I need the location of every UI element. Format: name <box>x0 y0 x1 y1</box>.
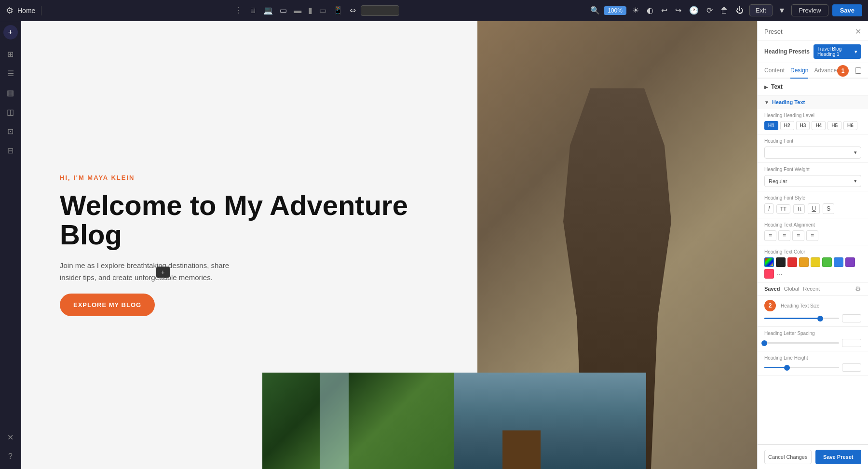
align-left-button[interactable]: ≡ <box>764 230 776 241</box>
laptop-icon[interactable]: 💻 <box>261 4 275 17</box>
monitor-icon[interactable]: 🖥 <box>247 4 258 17</box>
more-colors-button[interactable]: ··· <box>777 270 783 278</box>
sidebar-pages-icon[interactable]: ⊞ <box>2 45 19 63</box>
redo-icon[interactable]: ↪ <box>673 4 683 17</box>
strikethrough-button[interactable]: S <box>823 203 834 214</box>
sidebar-widgets-icon[interactable]: ⊡ <box>2 122 19 140</box>
trash-icon[interactable]: 🗑 <box>719 4 730 17</box>
align-center-button[interactable]: ≡ <box>778 230 790 241</box>
letter-spacing-slider-track[interactable] <box>764 342 839 344</box>
color-red[interactable] <box>787 257 797 267</box>
color-tab-global[interactable]: Global <box>784 286 799 292</box>
text-size-slider-thumb[interactable] <box>817 316 823 322</box>
sidebar-add-button[interactable]: + <box>3 25 18 40</box>
presets-label: Heading Presets <box>764 48 810 55</box>
line-height-value[interactable]: 1.2em <box>842 363 861 372</box>
add-row-button[interactable]: + <box>156 267 170 278</box>
color-pink[interactable] <box>764 269 774 279</box>
color-settings-icon[interactable]: ⚙ <box>855 285 861 293</box>
theme-toggle[interactable]: ◐ <box>645 4 655 17</box>
sidebar-elements-icon[interactable]: ◫ <box>2 103 19 121</box>
dropdown-icon[interactable]: ▼ <box>776 4 788 17</box>
text-section-header[interactable]: ▶ Text <box>758 79 868 95</box>
color-purple[interactable] <box>845 257 855 267</box>
preview-button[interactable]: Preview <box>791 4 828 16</box>
explore-button[interactable]: EXPLORE MY BLOG <box>60 294 155 316</box>
heading-font-dropdown[interactable]: ▾ <box>764 147 861 159</box>
h6-button[interactable]: H6 <box>843 121 857 130</box>
settings-icon[interactable]: ⚙ <box>6 5 14 16</box>
zoom-badge[interactable]: 100% <box>604 6 626 15</box>
search-icon[interactable]: 🔍 <box>588 4 602 17</box>
align-right-button[interactable]: ≡ <box>792 230 804 241</box>
width-input[interactable]: 1388px <box>361 5 399 16</box>
sidebar-blocks-icon[interactable]: ⊟ <box>2 142 19 159</box>
uppercase-button[interactable]: TT <box>776 204 790 214</box>
color-yellow[interactable] <box>811 257 820 267</box>
sun-icon[interactable]: ☀ <box>630 4 641 17</box>
letter-spacing-slider-thumb[interactable] <box>761 340 767 346</box>
text-size-value[interactable]: 60px <box>842 314 861 322</box>
capitalize-button[interactable]: Tt <box>793 204 805 214</box>
tablet-landscape-icon[interactable]: ▬ <box>292 4 303 17</box>
italic-button[interactable]: I <box>764 203 773 214</box>
save-button[interactable]: Save <box>832 4 862 16</box>
text-section-title: Text <box>771 83 783 90</box>
save-preset-button[interactable]: Save Preset <box>815 450 862 464</box>
sidebar-help-icon[interactable]: ? <box>2 448 19 465</box>
preset-dropdown[interactable]: Travel Blog Heading 1 ▾ <box>814 44 861 59</box>
color-tab-recent[interactable]: Recent <box>803 286 820 292</box>
h5-button[interactable]: H5 <box>827 121 841 130</box>
font-weight-chevron-icon: ▾ <box>854 178 857 184</box>
line-height-slider-thumb[interactable] <box>784 365 790 371</box>
sidebar-layers-icon[interactable]: ☰ <box>2 65 19 82</box>
desktop-wide-icon[interactable]: ▭ <box>278 4 289 17</box>
toolbar-left: ⚙ Home <box>6 5 35 16</box>
canvas-area[interactable]: HI, I'M MAYA KLEIN Welcome to My Adventu… <box>21 21 757 469</box>
tab-design[interactable]: Design <box>790 63 808 79</box>
sidebar-settings-icon[interactable]: ✕ <box>2 429 19 446</box>
color-tab-saved[interactable]: Saved <box>764 286 780 292</box>
history-icon[interactable]: 🕐 <box>687 4 701 17</box>
desktop-icon[interactable]: ⋮ <box>232 4 244 17</box>
text-size-slider-row: 60px <box>764 314 861 322</box>
toolbar-divider <box>41 6 41 15</box>
mobile-landscape-icon[interactable]: ▭ <box>317 4 328 17</box>
sidebar-media-icon[interactable]: ▦ <box>2 84 19 101</box>
line-height-slider-track[interactable] <box>764 367 839 368</box>
heading-font-weight-dropdown[interactable]: Regular ▾ <box>764 175 861 187</box>
color-orange[interactable] <box>799 257 809 267</box>
panel-presets-row: Heading Presets Travel Blog Heading 1 ▾ <box>758 40 868 63</box>
home-label[interactable]: Home <box>17 7 35 14</box>
heading-text-subsection[interactable]: ▼ Heading Text <box>758 95 868 109</box>
exit-button[interactable]: Exit <box>749 4 773 16</box>
underline-button[interactable]: U <box>808 203 820 214</box>
color-picker-icon[interactable] <box>764 257 774 267</box>
undo-icon[interactable]: ↩ <box>659 4 669 17</box>
main-area: + ⊞ ☰ ▦ ◫ ⊡ ⊟ ✕ ? HI, I'M MAYA KLEIN Wel… <box>0 21 868 469</box>
tablet-icon[interactable]: ▮ <box>306 4 314 17</box>
letter-spacing-value[interactable]: 0px <box>842 339 861 347</box>
color-blue[interactable] <box>834 257 843 267</box>
power-icon[interactable]: ⏻ <box>734 4 746 17</box>
heading-font-label: Heading Font <box>764 138 861 144</box>
mobile-icon[interactable]: 📱 <box>331 4 345 17</box>
h1-button[interactable]: H1 <box>764 121 778 130</box>
panel-close-button[interactable]: ✕ <box>855 27 861 36</box>
tab-advanced[interactable]: Advanced <box>814 63 840 79</box>
align-justify-button[interactable]: ≡ <box>806 230 818 241</box>
text-size-slider-track[interactable] <box>764 318 839 319</box>
panel-checkbox[interactable] <box>855 67 861 74</box>
tab-content[interactable]: Content <box>764 63 785 79</box>
color-black[interactable] <box>776 257 786 267</box>
color-swatches-row: ··· <box>764 257 861 279</box>
revision-icon[interactable]: ⟳ <box>705 4 715 17</box>
heading-text-alignment-group: Heading Text Alignment ≡ ≡ ≡ ≡ <box>758 218 868 245</box>
h3-button[interactable]: H3 <box>796 121 810 130</box>
h4-button[interactable]: H4 <box>812 121 826 130</box>
cancel-changes-button[interactable]: Cancel Changes <box>764 450 812 464</box>
h2-button[interactable]: H2 <box>780 121 794 130</box>
heading-text-size-row: 2 Heading Text Size <box>764 300 861 311</box>
resize-icon[interactable]: ⇔ <box>348 4 358 17</box>
color-green[interactable] <box>822 257 832 267</box>
